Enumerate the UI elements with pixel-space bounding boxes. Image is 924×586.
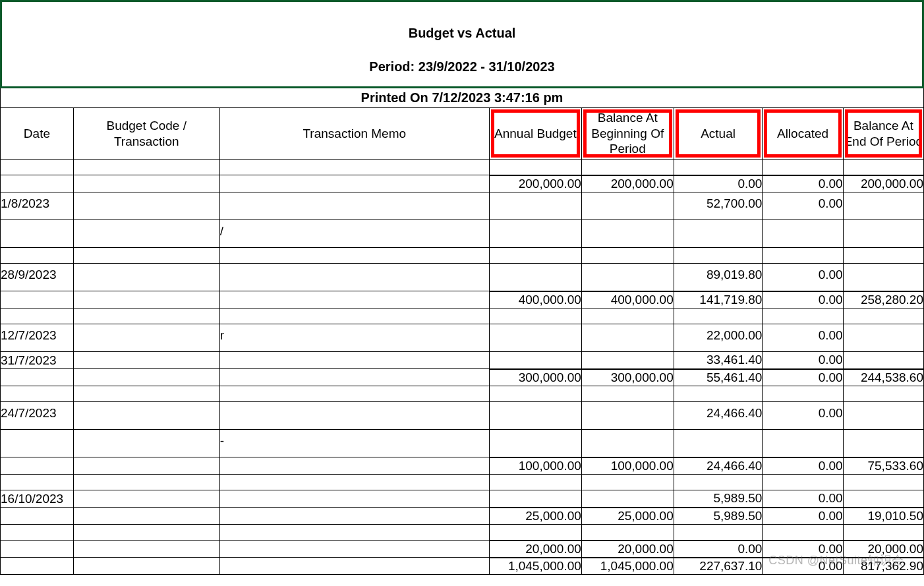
cell: 5,989.50 bbox=[674, 490, 763, 508]
cell bbox=[1, 160, 74, 175]
cell bbox=[489, 192, 581, 220]
table-row: 12/7/2023r22,000.000.00 bbox=[1, 324, 924, 352]
cell: 0.00 bbox=[763, 264, 843, 291]
table-row: - bbox=[1, 430, 924, 457]
cell bbox=[674, 308, 763, 324]
cell bbox=[489, 264, 581, 291]
table-row: 300,000.00300,000.0055,461.400.00244,538… bbox=[1, 369, 924, 386]
cell bbox=[581, 264, 674, 291]
table-row: 1/8/202352,700.000.00 bbox=[1, 192, 924, 220]
table-row: 200,000.00200,000.000.000.00200,000.00 bbox=[1, 175, 924, 192]
cell bbox=[581, 160, 674, 175]
cell bbox=[843, 264, 923, 291]
cell bbox=[581, 324, 674, 352]
cell bbox=[581, 220, 674, 248]
cell bbox=[1, 430, 74, 457]
cell bbox=[219, 264, 489, 291]
cell bbox=[489, 430, 581, 457]
cell: 244,538.60 bbox=[843, 369, 923, 386]
cell: 300,000.00 bbox=[489, 369, 581, 386]
cell bbox=[763, 525, 843, 541]
table-row bbox=[1, 160, 924, 175]
cell: 227,637.10 bbox=[674, 558, 763, 575]
cell bbox=[843, 220, 923, 248]
cell bbox=[73, 558, 219, 575]
cell bbox=[219, 369, 489, 386]
cell bbox=[581, 192, 674, 220]
cell bbox=[219, 192, 489, 220]
cell bbox=[489, 160, 581, 175]
cell: 0.00 bbox=[674, 175, 763, 192]
cell: 89,019.80 bbox=[674, 264, 763, 291]
cell bbox=[489, 475, 581, 490]
watermark: CSDN @NetSuite知识会 bbox=[768, 552, 904, 568]
printed-on: Printed On 7/12/2023 3:47:16 pm bbox=[0, 88, 924, 107]
cell bbox=[581, 525, 674, 541]
cell: 16/10/2023 bbox=[1, 490, 74, 508]
cell: 24,466.40 bbox=[674, 457, 763, 475]
cell bbox=[674, 220, 763, 248]
cell bbox=[674, 475, 763, 490]
cell bbox=[73, 324, 219, 352]
col-annual: Annual Budget bbox=[489, 108, 581, 160]
cell: 28/9/2023 bbox=[1, 264, 74, 291]
cell bbox=[581, 386, 674, 402]
cell bbox=[674, 160, 763, 175]
cell bbox=[219, 457, 489, 475]
cell bbox=[1, 475, 74, 490]
table-row bbox=[1, 248, 924, 264]
cell bbox=[219, 508, 489, 525]
cell: 20,000.00 bbox=[581, 541, 674, 558]
cell bbox=[1, 508, 74, 525]
cell bbox=[843, 490, 923, 508]
cell bbox=[219, 402, 489, 430]
cell bbox=[763, 386, 843, 402]
table-row: 31/7/202333,461.400.00 bbox=[1, 352, 924, 369]
cell bbox=[581, 475, 674, 490]
cell: 200,000.00 bbox=[489, 175, 581, 192]
col-eob: Balance At End Of Period bbox=[843, 108, 923, 160]
cell bbox=[219, 558, 489, 575]
org-name-cut bbox=[2, 9, 922, 20]
cell bbox=[489, 352, 581, 369]
cell: 12/7/2023 bbox=[1, 324, 74, 352]
cell bbox=[581, 352, 674, 369]
cell: 100,000.00 bbox=[581, 457, 674, 475]
cell: 300,000.00 bbox=[581, 369, 674, 386]
table-row: 100,000.00100,000.0024,466.400.0075,533.… bbox=[1, 457, 924, 475]
cell bbox=[489, 386, 581, 402]
cell bbox=[763, 160, 843, 175]
cell: - bbox=[219, 430, 489, 457]
cell bbox=[73, 160, 219, 175]
cell bbox=[489, 490, 581, 508]
table-row: 24/7/202324,466.400.00 bbox=[1, 402, 924, 430]
cell bbox=[843, 248, 923, 264]
report-header: Budget vs Actual Period: 23/9/2022 - 31/… bbox=[0, 0, 924, 88]
cell bbox=[843, 160, 923, 175]
cell: 20,000.00 bbox=[489, 541, 581, 558]
col-date: Date bbox=[1, 108, 74, 160]
cell: 31/7/2023 bbox=[1, 352, 74, 369]
cell: 1,045,000.00 bbox=[581, 558, 674, 575]
cell bbox=[219, 308, 489, 324]
cell: 258,280.20 bbox=[843, 291, 923, 308]
cell bbox=[219, 525, 489, 541]
cell bbox=[763, 308, 843, 324]
cell: 0.00 bbox=[674, 541, 763, 558]
cell bbox=[489, 525, 581, 541]
cell: 400,000.00 bbox=[581, 291, 674, 308]
cell: 25,000.00 bbox=[489, 508, 581, 525]
cell bbox=[73, 430, 219, 457]
cell: 0.00 bbox=[763, 352, 843, 369]
cell: 200,000.00 bbox=[843, 175, 923, 192]
cell bbox=[489, 308, 581, 324]
table-row: / bbox=[1, 220, 924, 248]
col-bob: Balance At Beginning Of Period bbox=[581, 108, 674, 160]
cell: 0.00 bbox=[763, 175, 843, 192]
cell bbox=[843, 308, 923, 324]
cell: 75,533.60 bbox=[843, 457, 923, 475]
cell: 52,700.00 bbox=[674, 192, 763, 220]
table-row: 400,000.00400,000.00141,719.800.00258,28… bbox=[1, 291, 924, 308]
cell: 0.00 bbox=[763, 324, 843, 352]
cell: 0.00 bbox=[763, 402, 843, 430]
